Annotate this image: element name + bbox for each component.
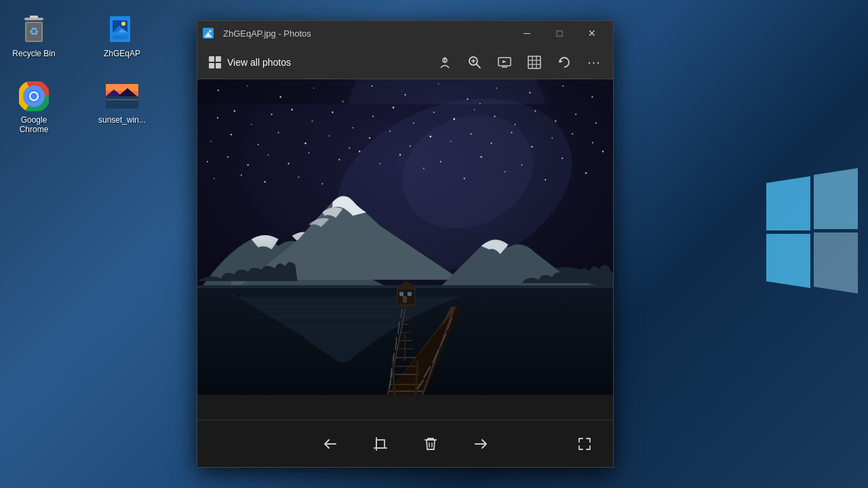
svg-point-140 (338, 159, 340, 160)
desktop-icon-zhggeqap[interactable]: ZhGEqAP (95, 14, 149, 58)
next-button[interactable] (466, 429, 496, 459)
svg-rect-192 (403, 296, 407, 303)
svg-rect-29 (106, 96, 138, 108)
previous-button[interactable] (315, 429, 345, 459)
delete-button[interactable] (416, 429, 446, 459)
svg-point-138 (288, 163, 289, 164)
svg-point-143 (399, 154, 401, 155)
desktop-icon-recycle-bin[interactable]: ♻ Recycle Bin (7, 14, 61, 58)
recycle-bin-icon: ♻ (18, 14, 50, 46)
crop-button[interactable] (366, 429, 395, 459)
svg-point-122 (369, 137, 370, 138)
zoom-icon (467, 55, 482, 70)
share-button[interactable] (431, 49, 458, 76)
view-all-photos-label: View all photos (227, 57, 291, 68)
minimize-button[interactable]: ─ (511, 23, 542, 43)
svg-rect-47 (528, 56, 540, 68)
desktop-icon-sunset[interactable]: sunset_win... (95, 80, 149, 125)
svg-line-41 (477, 64, 481, 68)
svg-point-109 (494, 116, 495, 117)
svg-point-128 (491, 143, 492, 144)
svg-point-114 (595, 123, 597, 124)
desktop: ♻ Recycle Bin ZhGEqAP (0, 0, 868, 488)
svg-point-33 (209, 30, 212, 33)
enhance-button[interactable] (521, 49, 548, 76)
svg-point-104 (393, 106, 394, 108)
svg-point-127 (471, 133, 472, 134)
svg-point-153 (321, 183, 323, 184)
scene-svg (197, 79, 613, 420)
svg-point-156 (505, 171, 506, 172)
svg-point-115 (210, 141, 212, 142)
svg-point-118 (278, 132, 279, 134)
svg-point-149 (214, 178, 215, 180)
svg-rect-15 (113, 35, 127, 39)
image-area (197, 79, 613, 420)
rotate-icon (557, 55, 572, 70)
maximize-button[interactable]: □ (544, 23, 575, 43)
svg-rect-196 (376, 440, 384, 448)
svg-point-100 (312, 121, 313, 122)
svg-text:♻: ♻ (29, 26, 39, 37)
svg-marker-45 (502, 60, 507, 63)
svg-point-137 (268, 155, 269, 156)
svg-point-102 (352, 127, 353, 129)
view-all-photos-button[interactable]: View all photos (203, 53, 296, 72)
desktop-icon-chrome[interactable]: Google Chrome (7, 80, 61, 134)
svg-marker-3 (814, 232, 858, 293)
svg-point-101 (332, 112, 333, 113)
zoom-button[interactable] (461, 49, 488, 76)
svg-point-116 (231, 134, 232, 135)
photos-grid-icon (208, 56, 222, 69)
svg-point-119 (304, 142, 306, 144)
svg-point-112 (555, 120, 556, 121)
more-button[interactable]: ··· (580, 49, 608, 76)
bottom-bar (197, 420, 613, 467)
svg-marker-0 (766, 176, 810, 230)
svg-point-151 (264, 181, 266, 182)
svg-point-126 (450, 141, 452, 142)
svg-point-135 (227, 156, 229, 157)
svg-point-147 (561, 157, 563, 159)
svg-rect-37 (216, 63, 221, 68)
svg-point-129 (511, 132, 512, 134)
svg-point-106 (433, 112, 435, 113)
svg-point-146 (521, 165, 523, 166)
toolbar: View all photos (197, 45, 613, 79)
svg-point-108 (474, 109, 475, 110)
svg-rect-26 (106, 84, 138, 91)
svg-point-99 (291, 108, 293, 110)
arrow-right-icon (473, 436, 489, 452)
svg-point-130 (531, 146, 532, 147)
close-button[interactable]: ✕ (576, 23, 608, 43)
zhggeqap-label: ZhGEqAP (104, 49, 140, 58)
svg-point-96 (234, 110, 235, 111)
svg-point-110 (515, 124, 516, 125)
sunset-file-icon (106, 80, 138, 113)
svg-point-157 (545, 179, 546, 180)
chrome-label: Google Chrome (7, 115, 61, 134)
slideshow-button[interactable] (491, 49, 518, 76)
svg-rect-36 (209, 63, 214, 68)
svg-point-144 (440, 161, 441, 162)
svg-point-132 (572, 134, 573, 135)
svg-point-113 (575, 114, 576, 115)
svg-point-107 (453, 118, 455, 120)
fullscreen-button[interactable] (570, 429, 599, 459)
svg-marker-2 (766, 234, 810, 288)
svg-point-14 (121, 22, 125, 26)
svg-point-136 (248, 164, 249, 165)
svg-point-123 (389, 131, 391, 132)
svg-point-131 (551, 138, 553, 139)
crop-icon (372, 436, 389, 452)
chrome-icon (18, 80, 50, 113)
svg-point-141 (359, 150, 360, 152)
svg-point-97 (251, 124, 252, 125)
more-dots-icon: ··· (587, 54, 601, 70)
slideshow-icon (497, 55, 512, 70)
rotate-button[interactable] (551, 49, 578, 76)
svg-point-120 (329, 136, 330, 137)
svg-point-117 (258, 144, 259, 146)
svg-point-121 (349, 147, 350, 148)
zhggeqap-file-icon (106, 14, 138, 46)
